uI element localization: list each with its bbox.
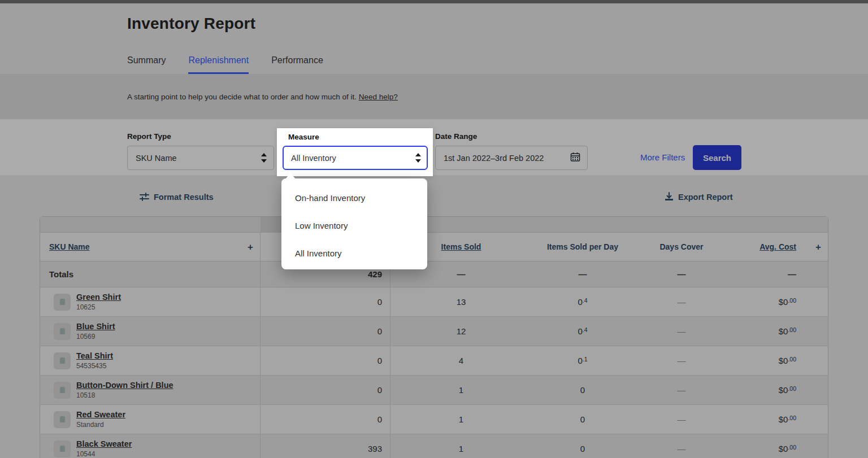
items-sold-cell: 4	[390, 346, 532, 375]
product-link[interactable]: Red Sweater	[76, 410, 125, 419]
measure-value-cell: 0	[261, 287, 390, 316]
table-top-strip	[40, 217, 828, 233]
measure-value-cell: 0	[261, 346, 390, 375]
image-icon	[60, 328, 65, 334]
days-cover-cell: —	[633, 287, 730, 316]
product-link[interactable]: Blue Shirt	[76, 322, 115, 331]
date-range-label: Date Range	[435, 132, 477, 141]
items-sold-per-day-cell: 0.4	[532, 287, 633, 316]
tab-summary[interactable]: Summary	[127, 55, 166, 74]
image-icon	[60, 357, 65, 364]
table-row: Black Sweater 10544 393 1 0 — $0.00	[40, 434, 828, 458]
items-sold-per-day-cell: 0.4	[532, 317, 633, 346]
product-sku: 10544	[76, 450, 132, 458]
measure-value: All Inventory	[291, 154, 415, 163]
totals-label: Totals	[40, 261, 261, 287]
product-link[interactable]: Button-Down Shirt / Blue	[76, 381, 173, 390]
product-image	[54, 382, 71, 399]
totals-row: Totals 429 — — — —	[40, 261, 828, 287]
sliders-icon	[140, 192, 149, 202]
product-image	[54, 411, 71, 428]
page-title: Inventory Report	[127, 15, 255, 33]
export-report-button[interactable]: Export Report	[665, 192, 733, 202]
chevron-up-down-icon	[261, 153, 267, 163]
measure-select[interactable]: All Inventory	[283, 146, 428, 170]
image-icon	[60, 387, 65, 393]
product-link[interactable]: Green Shirt	[76, 293, 121, 302]
product-image	[54, 440, 71, 457]
column-header-sku-name: SKU Name +	[40, 233, 261, 261]
items-sold-cell: 1	[390, 405, 532, 434]
items-sold-cell: 13	[390, 287, 532, 316]
product-image	[54, 323, 71, 340]
table-row: Button-Down Shirt / Blue 10518 0 1 0 — $…	[40, 376, 828, 405]
column-header-days-cover: Days Cover	[633, 233, 730, 261]
report-tabs: Summary Replenishment Performance	[127, 55, 323, 74]
totals-items-sold-per-day: —	[532, 261, 633, 287]
avg-cost-cell: $0.00	[730, 434, 828, 458]
totals-avg-cost: —	[730, 261, 828, 287]
days-cover-cell: —	[633, 376, 730, 404]
measure-value-cell: 0	[261, 376, 390, 404]
tab-replenishment[interactable]: Replenishment	[188, 55, 249, 74]
table-row: Blue Shirt 10569 0 12 0.4 — $0.00	[40, 317, 828, 346]
table-body: Green Shirt 10625 0 13 0.4 — $0.00 Blue …	[40, 287, 828, 458]
items-sold-per-day-cell: 0	[532, 376, 633, 404]
column-header-items-sold-per-day: Items Sold per Day	[532, 233, 633, 261]
report-type-value: SKU Name	[136, 154, 261, 163]
measure-value-cell: 393	[261, 434, 390, 458]
items-sold-per-day-cell: 0	[532, 434, 633, 458]
add-column-icon-left[interactable]: +	[248, 242, 253, 252]
report-type-select[interactable]: SKU Name	[127, 146, 274, 170]
date-range-input[interactable]: 1st Jan 2022–3rd Feb 2022	[435, 146, 588, 170]
product-image	[54, 352, 71, 369]
top-window-edge	[0, 0, 868, 3]
items-sold-cell: 12	[390, 317, 532, 346]
measure-field-spotlight: Measure All Inventory	[277, 128, 433, 176]
add-column-icon-right[interactable]: +	[815, 242, 821, 252]
search-button[interactable]: Search	[693, 145, 741, 170]
format-results-button[interactable]: Format Results	[140, 192, 214, 202]
product-sku: 10569	[76, 333, 115, 341]
table-row: Green Shirt 10625 0 13 0.4 — $0.00	[40, 287, 828, 317]
menu-option-on-hand-inventory[interactable]: On-hand Inventory	[281, 184, 427, 212]
need-help-link[interactable]: Need help?	[359, 93, 398, 101]
avg-cost-cell: $0.00	[730, 346, 828, 375]
product-link[interactable]: Black Sweater	[76, 439, 132, 448]
product-sku: 10625	[76, 303, 121, 311]
help-band: A starting point to help you decide what…	[0, 74, 868, 119]
image-icon	[60, 446, 65, 452]
chevron-up-down-icon	[415, 153, 421, 163]
help-text: A starting point to help you decide what…	[127, 93, 398, 101]
items-sold-cell: 1	[390, 434, 532, 458]
product-link[interactable]: Teal Shirt	[76, 351, 113, 360]
table-row: Red Sweater Standard 0 1 0 — $0.00	[40, 405, 828, 434]
items-sold-per-day-cell: 0	[532, 405, 633, 434]
report-type-label: Report Type	[127, 132, 171, 141]
product-sku: Standard	[76, 421, 125, 429]
items-sold-per-day-cell: 0.1	[532, 346, 633, 375]
inventory-report-page: Inventory Report Summary Replenishment P…	[0, 0, 868, 458]
product-sku: 10518	[76, 391, 173, 399]
tab-performance[interactable]: Performance	[271, 55, 323, 74]
avg-cost-cell: $0.00	[730, 287, 828, 316]
date-range-value: 1st Jan 2022–3rd Feb 2022	[444, 154, 570, 163]
dropdown-caret	[285, 173, 296, 179]
calendar-icon	[570, 152, 580, 164]
avg-cost-cell: $0.00	[730, 405, 828, 434]
days-cover-cell: —	[633, 434, 730, 458]
more-filters-link[interactable]: More Filters	[640, 152, 685, 162]
download-icon	[665, 192, 674, 202]
product-image	[54, 294, 71, 311]
column-header-avg-cost: Avg. Cost +	[730, 233, 828, 261]
menu-option-all-inventory[interactable]: All Inventory	[281, 239, 427, 267]
product-sku: 54535435	[76, 362, 113, 370]
table-row: Teal Shirt 54535435 0 4 0.1 — $0.00	[40, 346, 828, 376]
measure-label: Measure	[288, 133, 319, 141]
days-cover-cell: —	[633, 346, 730, 375]
days-cover-cell: —	[633, 317, 730, 346]
totals-days-cover: —	[633, 261, 730, 287]
items-sold-cell: 1	[390, 376, 532, 404]
measure-value-cell: 0	[261, 405, 390, 434]
menu-option-low-inventory[interactable]: Low Inventory	[281, 212, 427, 239]
